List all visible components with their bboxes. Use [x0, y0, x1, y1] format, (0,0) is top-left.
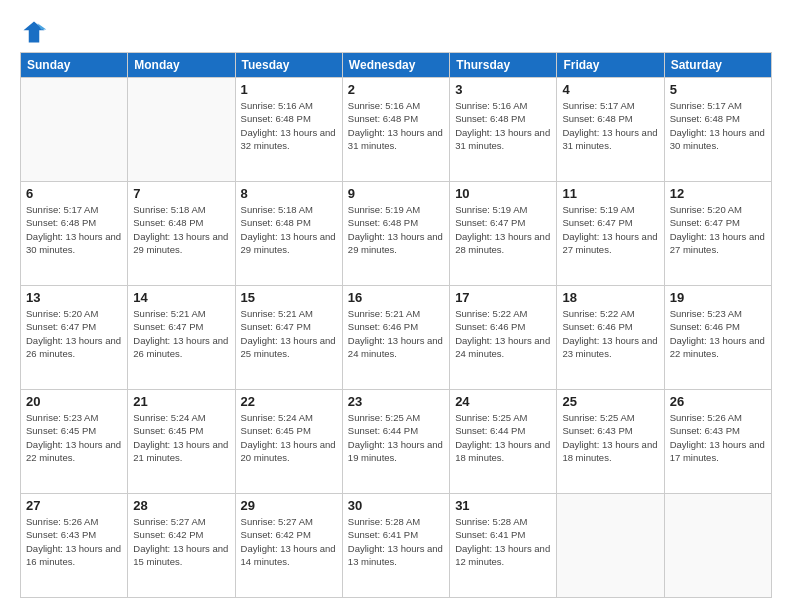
day-info: Sunrise: 5:17 AM Sunset: 6:48 PM Dayligh… — [670, 99, 766, 152]
calendar-week-4: 27Sunrise: 5:26 AM Sunset: 6:43 PM Dayli… — [21, 494, 772, 598]
day-number: 25 — [562, 394, 658, 409]
calendar-cell: 14Sunrise: 5:21 AM Sunset: 6:47 PM Dayli… — [128, 286, 235, 390]
day-info: Sunrise: 5:24 AM Sunset: 6:45 PM Dayligh… — [241, 411, 337, 464]
day-info: Sunrise: 5:27 AM Sunset: 6:42 PM Dayligh… — [241, 515, 337, 568]
calendar-cell: 18Sunrise: 5:22 AM Sunset: 6:46 PM Dayli… — [557, 286, 664, 390]
calendar-cell: 24Sunrise: 5:25 AM Sunset: 6:44 PM Dayli… — [450, 390, 557, 494]
day-number: 23 — [348, 394, 444, 409]
calendar-cell: 19Sunrise: 5:23 AM Sunset: 6:46 PM Dayli… — [664, 286, 771, 390]
calendar-cell: 5Sunrise: 5:17 AM Sunset: 6:48 PM Daylig… — [664, 78, 771, 182]
day-info: Sunrise: 5:23 AM Sunset: 6:45 PM Dayligh… — [26, 411, 122, 464]
calendar-cell — [128, 78, 235, 182]
day-info: Sunrise: 5:25 AM Sunset: 6:44 PM Dayligh… — [455, 411, 551, 464]
day-number: 22 — [241, 394, 337, 409]
day-number: 2 — [348, 82, 444, 97]
day-number: 31 — [455, 498, 551, 513]
calendar-cell: 21Sunrise: 5:24 AM Sunset: 6:45 PM Dayli… — [128, 390, 235, 494]
calendar-cell: 16Sunrise: 5:21 AM Sunset: 6:46 PM Dayli… — [342, 286, 449, 390]
calendar-cell: 29Sunrise: 5:27 AM Sunset: 6:42 PM Dayli… — [235, 494, 342, 598]
day-info: Sunrise: 5:19 AM Sunset: 6:47 PM Dayligh… — [562, 203, 658, 256]
day-number: 26 — [670, 394, 766, 409]
day-number: 15 — [241, 290, 337, 305]
day-number: 27 — [26, 498, 122, 513]
day-info: Sunrise: 5:20 AM Sunset: 6:47 PM Dayligh… — [670, 203, 766, 256]
day-number: 24 — [455, 394, 551, 409]
calendar-cell: 20Sunrise: 5:23 AM Sunset: 6:45 PM Dayli… — [21, 390, 128, 494]
calendar-cell: 25Sunrise: 5:25 AM Sunset: 6:43 PM Dayli… — [557, 390, 664, 494]
day-info: Sunrise: 5:20 AM Sunset: 6:47 PM Dayligh… — [26, 307, 122, 360]
calendar-cell — [664, 494, 771, 598]
day-number: 12 — [670, 186, 766, 201]
day-info: Sunrise: 5:17 AM Sunset: 6:48 PM Dayligh… — [562, 99, 658, 152]
calendar-cell: 23Sunrise: 5:25 AM Sunset: 6:44 PM Dayli… — [342, 390, 449, 494]
day-number: 4 — [562, 82, 658, 97]
calendar-cell: 17Sunrise: 5:22 AM Sunset: 6:46 PM Dayli… — [450, 286, 557, 390]
calendar-cell: 30Sunrise: 5:28 AM Sunset: 6:41 PM Dayli… — [342, 494, 449, 598]
calendar-cell: 10Sunrise: 5:19 AM Sunset: 6:47 PM Dayli… — [450, 182, 557, 286]
calendar-header-row: SundayMondayTuesdayWednesdayThursdayFrid… — [21, 53, 772, 78]
calendar-header-wednesday: Wednesday — [342, 53, 449, 78]
day-info: Sunrise: 5:27 AM Sunset: 6:42 PM Dayligh… — [133, 515, 229, 568]
logo-icon — [20, 18, 48, 46]
day-number: 14 — [133, 290, 229, 305]
day-number: 18 — [562, 290, 658, 305]
calendar-week-1: 6Sunrise: 5:17 AM Sunset: 6:48 PM Daylig… — [21, 182, 772, 286]
day-info: Sunrise: 5:17 AM Sunset: 6:48 PM Dayligh… — [26, 203, 122, 256]
day-info: Sunrise: 5:18 AM Sunset: 6:48 PM Dayligh… — [241, 203, 337, 256]
calendar-cell: 31Sunrise: 5:28 AM Sunset: 6:41 PM Dayli… — [450, 494, 557, 598]
day-info: Sunrise: 5:16 AM Sunset: 6:48 PM Dayligh… — [241, 99, 337, 152]
day-number: 9 — [348, 186, 444, 201]
day-number: 6 — [26, 186, 122, 201]
day-number: 13 — [26, 290, 122, 305]
day-number: 28 — [133, 498, 229, 513]
day-info: Sunrise: 5:28 AM Sunset: 6:41 PM Dayligh… — [455, 515, 551, 568]
day-number: 3 — [455, 82, 551, 97]
calendar-cell: 3Sunrise: 5:16 AM Sunset: 6:48 PM Daylig… — [450, 78, 557, 182]
calendar-table: SundayMondayTuesdayWednesdayThursdayFrid… — [20, 52, 772, 598]
header — [20, 18, 772, 46]
calendar-week-3: 20Sunrise: 5:23 AM Sunset: 6:45 PM Dayli… — [21, 390, 772, 494]
calendar-cell: 4Sunrise: 5:17 AM Sunset: 6:48 PM Daylig… — [557, 78, 664, 182]
day-number: 5 — [670, 82, 766, 97]
calendar-cell: 13Sunrise: 5:20 AM Sunset: 6:47 PM Dayli… — [21, 286, 128, 390]
calendar-header-tuesday: Tuesday — [235, 53, 342, 78]
day-number: 8 — [241, 186, 337, 201]
day-info: Sunrise: 5:25 AM Sunset: 6:44 PM Dayligh… — [348, 411, 444, 464]
day-number: 19 — [670, 290, 766, 305]
calendar-week-0: 1Sunrise: 5:16 AM Sunset: 6:48 PM Daylig… — [21, 78, 772, 182]
day-number: 10 — [455, 186, 551, 201]
calendar-cell: 26Sunrise: 5:26 AM Sunset: 6:43 PM Dayli… — [664, 390, 771, 494]
calendar-week-2: 13Sunrise: 5:20 AM Sunset: 6:47 PM Dayli… — [21, 286, 772, 390]
day-info: Sunrise: 5:26 AM Sunset: 6:43 PM Dayligh… — [670, 411, 766, 464]
calendar-header-sunday: Sunday — [21, 53, 128, 78]
day-number: 1 — [241, 82, 337, 97]
day-info: Sunrise: 5:19 AM Sunset: 6:48 PM Dayligh… — [348, 203, 444, 256]
day-info: Sunrise: 5:19 AM Sunset: 6:47 PM Dayligh… — [455, 203, 551, 256]
day-info: Sunrise: 5:22 AM Sunset: 6:46 PM Dayligh… — [455, 307, 551, 360]
day-info: Sunrise: 5:25 AM Sunset: 6:43 PM Dayligh… — [562, 411, 658, 464]
calendar-cell: 28Sunrise: 5:27 AM Sunset: 6:42 PM Dayli… — [128, 494, 235, 598]
day-number: 30 — [348, 498, 444, 513]
calendar-cell: 11Sunrise: 5:19 AM Sunset: 6:47 PM Dayli… — [557, 182, 664, 286]
calendar-cell: 27Sunrise: 5:26 AM Sunset: 6:43 PM Dayli… — [21, 494, 128, 598]
calendar-cell: 8Sunrise: 5:18 AM Sunset: 6:48 PM Daylig… — [235, 182, 342, 286]
calendar-header-thursday: Thursday — [450, 53, 557, 78]
calendar-cell: 9Sunrise: 5:19 AM Sunset: 6:48 PM Daylig… — [342, 182, 449, 286]
calendar-header-friday: Friday — [557, 53, 664, 78]
page: SundayMondayTuesdayWednesdayThursdayFrid… — [0, 0, 792, 612]
day-info: Sunrise: 5:28 AM Sunset: 6:41 PM Dayligh… — [348, 515, 444, 568]
calendar-cell: 7Sunrise: 5:18 AM Sunset: 6:48 PM Daylig… — [128, 182, 235, 286]
calendar-cell — [557, 494, 664, 598]
calendar-cell — [21, 78, 128, 182]
calendar-header-saturday: Saturday — [664, 53, 771, 78]
day-info: Sunrise: 5:23 AM Sunset: 6:46 PM Dayligh… — [670, 307, 766, 360]
calendar-cell: 15Sunrise: 5:21 AM Sunset: 6:47 PM Dayli… — [235, 286, 342, 390]
svg-marker-0 — [24, 22, 45, 43]
logo — [20, 18, 52, 46]
day-info: Sunrise: 5:18 AM Sunset: 6:48 PM Dayligh… — [133, 203, 229, 256]
day-number: 29 — [241, 498, 337, 513]
day-number: 11 — [562, 186, 658, 201]
day-number: 17 — [455, 290, 551, 305]
calendar-cell: 6Sunrise: 5:17 AM Sunset: 6:48 PM Daylig… — [21, 182, 128, 286]
calendar-header-monday: Monday — [128, 53, 235, 78]
